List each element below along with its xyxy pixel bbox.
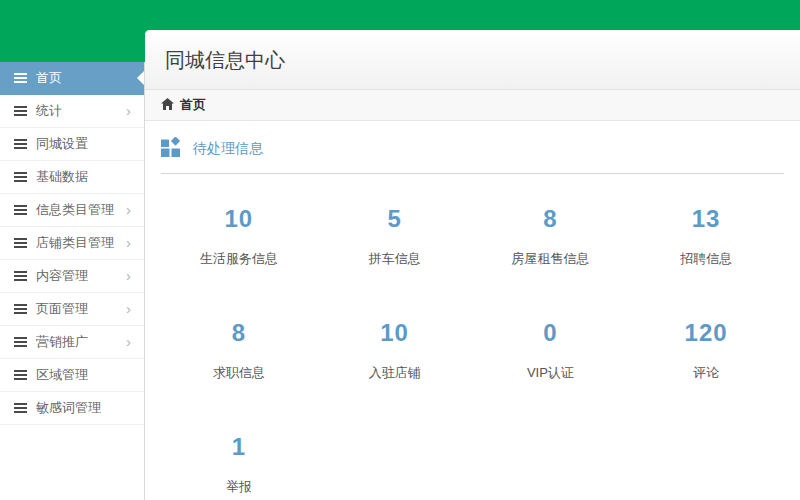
sidebar-item-regions[interactable]: 区域管理 — [0, 359, 144, 392]
stat-vip: 0 VIP认证 — [473, 292, 629, 406]
sidebar-item-label: 基础数据 — [36, 169, 88, 184]
stat-label: 入驻店铺 — [317, 364, 473, 382]
menu-lines-icon — [14, 403, 27, 413]
menu-lines-icon — [14, 370, 27, 380]
sidebar-item-label: 内容管理 — [36, 268, 88, 283]
page-title: 同城信息中心 — [145, 30, 800, 90]
stat-housing: 8 房屋租售信息 — [473, 178, 629, 292]
stat-label: 举报 — [161, 478, 317, 496]
stat-value-link[interactable]: 10 — [161, 205, 317, 233]
sidebar: 首页 统计 › 同城设置 基础数据 信息类目管理 › 店铺类目管理 › 内容管理… — [0, 62, 145, 500]
stat-label: 拼车信息 — [317, 250, 473, 268]
sidebar-item-label: 统计 — [36, 103, 62, 118]
stat-label: 房屋租售信息 — [473, 250, 629, 268]
menu-lines-icon — [14, 106, 27, 116]
sidebar-item-label: 营销推广 — [36, 334, 88, 349]
menu-lines-icon — [14, 139, 27, 149]
chevron-right-icon: › — [126, 95, 131, 127]
content-area: 待处理信息 10 生活服务信息 5 拼车信息 8 房屋租售信息 13 — [145, 121, 800, 500]
stat-comments: 120 评论 — [628, 292, 784, 406]
stat-label: 求职信息 — [161, 364, 317, 382]
chevron-right-icon: › — [126, 326, 131, 358]
main-panel: 同城信息中心 首页 待处理信息 — [145, 30, 800, 500]
chevron-right-icon: › — [126, 260, 131, 292]
menu-lines-icon — [14, 337, 27, 347]
stat-value-link[interactable]: 1 — [161, 433, 317, 461]
menu-lines-icon — [14, 205, 27, 215]
stat-carpool: 5 拼车信息 — [317, 178, 473, 292]
sidebar-item-city-settings[interactable]: 同城设置 — [0, 128, 144, 161]
sidebar-item-label: 首页 — [36, 70, 62, 85]
stat-label: 生活服务信息 — [161, 250, 317, 268]
chevron-right-icon: › — [126, 227, 131, 259]
chevron-right-icon: › — [126, 194, 131, 226]
blocks-icon — [161, 137, 182, 161]
menu-lines-icon — [14, 304, 27, 314]
breadcrumb-home-link[interactable]: 首页 — [180, 97, 206, 112]
stat-value-link[interactable]: 8 — [473, 205, 629, 233]
stat-reports: 1 举报 — [161, 406, 317, 500]
stat-value-link[interactable]: 5 — [317, 205, 473, 233]
stat-value-link[interactable]: 13 — [628, 205, 784, 233]
sidebar-item-label: 区域管理 — [36, 367, 88, 382]
stat-label: 招聘信息 — [628, 250, 784, 268]
section-title: 待处理信息 — [193, 140, 263, 158]
page: 首页 统计 › 同城设置 基础数据 信息类目管理 › 店铺类目管理 › 内容管理… — [0, 0, 800, 500]
breadcrumb: 首页 — [145, 90, 800, 121]
sidebar-item-sensitive-words[interactable]: 敏感词管理 — [0, 392, 144, 425]
sidebar-item-base-data[interactable]: 基础数据 — [0, 161, 144, 194]
sidebar-item-stats[interactable]: 统计 › — [0, 95, 144, 128]
sidebar-item-info-categories[interactable]: 信息类目管理 › — [0, 194, 144, 227]
stat-value-link[interactable]: 8 — [161, 319, 317, 347]
stat-recruitment: 13 招聘信息 — [628, 178, 784, 292]
sidebar-item-label: 页面管理 — [36, 301, 88, 316]
sidebar-item-label: 店铺类目管理 — [36, 235, 114, 250]
stat-label: VIP认证 — [473, 364, 629, 382]
sidebar-item-content[interactable]: 内容管理 › — [0, 260, 144, 293]
stat-value-link[interactable]: 10 — [317, 319, 473, 347]
sidebar-item-marketing[interactable]: 营销推广 › — [0, 326, 144, 359]
sidebar-item-label: 同城设置 — [36, 136, 88, 151]
stat-job-seeking: 8 求职信息 — [161, 292, 317, 406]
stat-label: 评论 — [628, 364, 784, 382]
pending-stats-grid: 10 生活服务信息 5 拼车信息 8 房屋租售信息 13 招聘信息 8 求职 — [161, 174, 784, 500]
stat-value-link[interactable]: 0 — [473, 319, 629, 347]
sidebar-item-shop-categories[interactable]: 店铺类目管理 › — [0, 227, 144, 260]
sidebar-item-pages[interactable]: 页面管理 › — [0, 293, 144, 326]
sidebar-item-label: 敏感词管理 — [36, 400, 101, 415]
menu-lines-icon — [14, 172, 27, 182]
section-header: 待处理信息 — [161, 137, 784, 161]
sidebar-item-home[interactable]: 首页 — [0, 62, 144, 95]
sidebar-item-label: 信息类目管理 — [36, 202, 114, 217]
menu-lines-icon — [14, 73, 27, 83]
stat-life-service: 10 生活服务信息 — [161, 178, 317, 292]
home-icon — [161, 91, 174, 121]
stat-value-link[interactable]: 120 — [628, 319, 784, 347]
menu-lines-icon — [14, 238, 27, 248]
stat-shops: 10 入驻店铺 — [317, 292, 473, 406]
chevron-right-icon: › — [126, 293, 131, 325]
menu-lines-icon — [14, 271, 27, 281]
